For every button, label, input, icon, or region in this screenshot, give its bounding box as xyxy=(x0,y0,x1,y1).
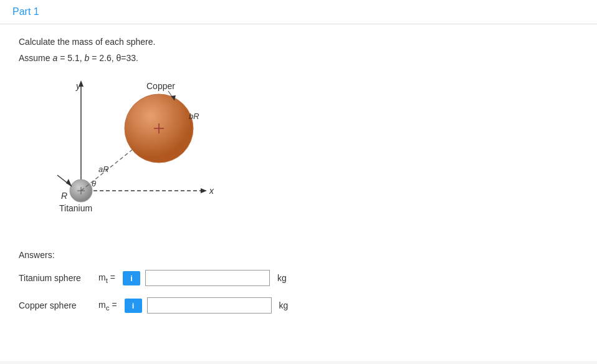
copper-sphere-label: Copper sphere xyxy=(19,300,93,310)
assumption-text: Assume a = 5.1, b = 2.6, θ=33. xyxy=(19,53,578,63)
svg-text:x: x xyxy=(209,186,214,196)
svg-text:y: y xyxy=(75,81,81,91)
answers-label: Answers: xyxy=(19,250,578,260)
svg-text:aR: aR xyxy=(98,165,109,174)
titanium-info-button[interactable]: i xyxy=(123,271,140,285)
titanium-answer-input[interactable] xyxy=(145,270,270,286)
copper-answer-row: Copper sphere mc = i kg xyxy=(19,297,578,314)
svg-marker-4 xyxy=(201,188,207,193)
svg-marker-22 xyxy=(66,179,72,186)
titanium-unit: kg xyxy=(277,273,287,283)
diagram-svg: y x xyxy=(25,75,237,237)
titanium-var-label: mt = xyxy=(98,272,115,284)
copper-info-button[interactable]: i xyxy=(125,299,142,313)
copper-var-label: mc = xyxy=(98,300,117,312)
main-content: Calculate the mass of each sphere. Assum… xyxy=(0,24,597,361)
titanium-sphere-label: Titanium sphere xyxy=(19,273,93,283)
svg-text:bR: bR xyxy=(189,112,199,121)
part-title: Part 1 xyxy=(12,6,39,17)
answers-section: Answers: Titanium sphere mt = i kg Coppe… xyxy=(19,250,578,314)
svg-text:θ: θ xyxy=(92,179,96,188)
titanium-answer-row: Titanium sphere mt = i kg xyxy=(19,270,578,286)
copper-unit: kg xyxy=(279,300,289,310)
instruction-text: Calculate the mass of each sphere. xyxy=(19,37,578,47)
header-bar: Part 1 xyxy=(0,0,597,24)
svg-text:Titanium: Titanium xyxy=(59,203,92,213)
svg-text:R: R xyxy=(61,191,67,201)
svg-text:Copper: Copper xyxy=(146,81,175,91)
diagram-area: y x xyxy=(25,75,237,237)
copper-answer-input[interactable] xyxy=(147,297,272,314)
